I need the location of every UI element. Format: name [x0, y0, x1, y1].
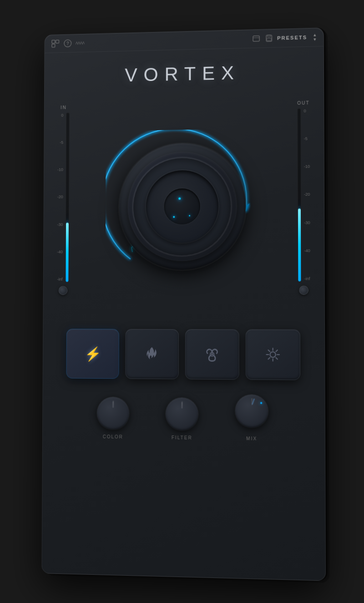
vu-in-scale: 0 -5 -10 -20 -30 -40 -inf	[57, 112, 70, 282]
svg-rect-9	[267, 38, 271, 41]
svg-line-23	[268, 357, 270, 359]
vu-out-trim[interactable]	[299, 285, 308, 294]
svg-rect-1	[56, 40, 59, 43]
svg-line-21	[276, 357, 278, 359]
preset-down-arrow[interactable]: ▼	[313, 37, 317, 41]
vu-out-10: -10	[304, 165, 310, 169]
electric-dot-3	[189, 215, 190, 216]
save-preset-icon[interactable]	[264, 33, 273, 42]
vu-meter-in: IN 0 -5 -10 -20 -30 -40 -inf	[57, 105, 70, 310]
vu-in-numbers: 0 -5 -10 -20 -30 -40 -inf	[57, 112, 63, 282]
knob-center-dot	[164, 188, 200, 224]
color-knob-label: COLOR	[103, 434, 123, 439]
mix-knob-group: MIX	[235, 398, 268, 441]
vu-out-fill	[298, 208, 301, 281]
biohazard-icon	[204, 346, 220, 362]
color-knob-group: COLOR	[97, 396, 130, 439]
presets-bar: PRESETS ▲ ▼	[252, 32, 317, 43]
vu-meter-out: OUT 0 -5 -10 -20 -30 -40 -inf	[297, 100, 310, 311]
svg-rect-2	[52, 44, 55, 47]
logo-icon	[76, 38, 85, 47]
help-icon[interactable]: ?	[63, 39, 72, 48]
preset-up-arrow[interactable]: ▲	[313, 33, 317, 37]
vu-out-inf: -inf	[304, 277, 310, 281]
sun-icon	[264, 346, 281, 363]
svg-point-15	[270, 352, 276, 357]
svg-rect-8	[268, 35, 270, 37]
knob-inner	[146, 170, 218, 243]
svg-rect-5	[253, 35, 259, 41]
filter-knob-label: FILTER	[172, 435, 192, 440]
effect-button-biohazard[interactable]	[185, 329, 239, 380]
fire-icon	[144, 345, 160, 362]
plugin-window: ?	[41, 27, 326, 581]
lightning-icon: ⚡	[84, 345, 101, 361]
vu-in-trim[interactable]	[58, 286, 67, 295]
effect-button-fire[interactable]	[125, 329, 179, 379]
svg-line-22	[276, 350, 278, 352]
effects-row: ⚡	[43, 324, 325, 385]
vu-out-numbers: 0 -5 -10 -20 -30 -40 -inf	[303, 108, 310, 282]
vu-out-30: -30	[304, 220, 310, 224]
vu-out-5: -5	[304, 137, 308, 141]
vu-out-20: -20	[304, 193, 310, 197]
vu-in-0: 0	[61, 113, 63, 117]
svg-rect-0	[52, 40, 55, 43]
electric-dot-1	[178, 197, 181, 199]
svg-point-14	[211, 353, 213, 355]
load-preset-icon[interactable]	[252, 34, 261, 43]
vu-in-fill	[66, 223, 68, 282]
knob-teeth	[133, 157, 231, 255]
filter-knob-group: FILTER	[166, 397, 198, 440]
toolbar-icons: ?	[51, 38, 85, 48]
main-knob-area	[69, 127, 298, 283]
title-section: VORTEX	[45, 46, 324, 92]
presets-arrows[interactable]: ▲ ▼	[313, 33, 317, 41]
vu-out-label: OUT	[297, 100, 310, 106]
plugin-title: VORTEX	[45, 60, 324, 87]
vu-in-20: -20	[57, 195, 63, 199]
resize-icon[interactable]	[51, 39, 60, 48]
svg-text:?: ?	[66, 41, 69, 46]
main-area: IN 0 -5 -10 -20 -30 -40 -inf	[43, 86, 324, 324]
mix-knob[interactable]	[235, 394, 268, 428]
vu-in-5: -5	[60, 141, 63, 145]
vu-in-40: -40	[57, 250, 63, 254]
main-knob-ring	[128, 151, 237, 261]
effect-button-lightning[interactable]: ⚡	[66, 329, 119, 379]
vu-in-10: -10	[57, 168, 63, 172]
presets-label: PRESETS	[277, 35, 307, 41]
color-knob[interactable]	[97, 396, 129, 430]
svg-line-20	[268, 350, 270, 352]
vu-out-bar	[297, 108, 301, 282]
vu-out-40: -40	[304, 248, 310, 253]
vu-out-0: 0	[303, 109, 306, 113]
main-knob-outer[interactable]	[119, 142, 246, 270]
vu-in-inf: -inf	[57, 277, 62, 281]
vu-in-30: -30	[57, 223, 63, 227]
filter-knob[interactable]	[166, 397, 198, 431]
mix-knob-label: MIX	[246, 436, 257, 441]
electric-dot-2	[173, 216, 175, 218]
vu-out-scale: 0 -5 -10 -20 -30 -40 -inf	[297, 108, 310, 282]
bottom-knobs-row: COLOR FILTER MIX	[43, 383, 325, 451]
vu-in-label: IN	[61, 105, 67, 110]
main-knob-wrapper	[106, 128, 260, 284]
effect-button-sun[interactable]	[246, 329, 300, 380]
